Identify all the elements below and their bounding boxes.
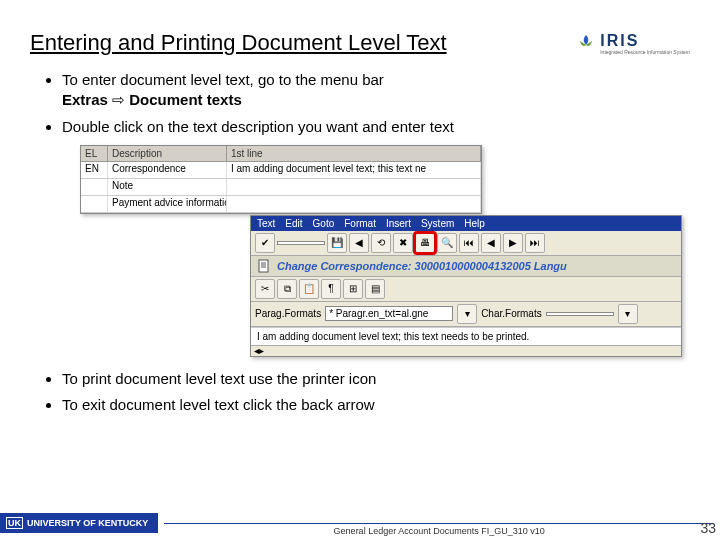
svg-rect-0 [259,260,268,272]
next-page-icon[interactable]: ▶ [503,233,523,253]
formats-icon[interactable]: ¶ [321,279,341,299]
scroll-left-icon[interactable]: ◂▸ [254,345,264,356]
bullet-item: Double click on the text description you… [62,117,690,137]
main-toolbar: ✔ 💾 ◀ ⟲ ✖ 🖶 🔍 ⏮ ◀ ▶ ⏭ [251,231,681,256]
menu-item[interactable]: Insert [386,218,411,229]
logo-text: IRIS [600,32,690,50]
first-page-icon[interactable]: ⏮ [459,233,479,253]
logo-subtitle: Integrated Resource Information System [600,50,690,55]
char-format-label: Char.Formats [481,308,542,319]
prev-page-icon[interactable]: ◀ [481,233,501,253]
page-title: Entering and Printing Document Level Tex… [30,30,447,56]
table-row[interactable]: Payment advice information [81,196,481,213]
format-bar: Parag.Formats * Paragr.en_txt=al.gne ▾ C… [251,302,681,327]
editor-window: Text Edit Goto Format Insert System Help… [250,215,682,357]
slide-footer: UK UNIVERSITY OF KENTUCKY General Ledger… [0,506,720,540]
footer-doc-ref: General Ledger Account Documents FI_GU_3… [334,526,545,536]
exit-icon[interactable]: ⟲ [371,233,391,253]
document-icon [257,259,271,273]
dropdown-icon[interactable]: ▾ [618,304,638,324]
table-row[interactable]: EN Correspondence I am adding document l… [81,162,481,179]
menubar: Text Edit Goto Format Insert System Help [251,216,681,231]
editor-body[interactable]: I am adding document level text; this te… [251,327,681,345]
last-page-icon[interactable]: ⏭ [525,233,545,253]
parag-format-field[interactable]: * Paragr.en_txt=al.gne [325,306,453,321]
menu-item[interactable]: Format [344,218,376,229]
bullet-item: To print document level text use the pri… [62,369,690,389]
char-format-field[interactable] [546,312,614,316]
sub-toolbar: ✂ ⧉ 📋 ¶ ⊞ ▤ [251,277,681,302]
insert-icon[interactable]: ⊞ [343,279,363,299]
bullet-item: To exit document level text click the ba… [62,395,690,415]
print-icon[interactable]: 🖶 [415,233,435,253]
table-row[interactable]: Note [81,179,481,196]
menu-item[interactable]: Text [257,218,275,229]
cut-icon[interactable]: ✂ [255,279,275,299]
check-icon[interactable]: ✔ [255,233,275,253]
command-field[interactable] [277,241,325,245]
page-number: 33 [700,520,716,536]
save-icon[interactable]: 💾 [327,233,347,253]
bullet-list-bottom: To print document level text use the pri… [30,369,690,416]
menu-item[interactable]: System [421,218,454,229]
back-icon[interactable]: ◀ [349,233,369,253]
text-grid-window: EL Description 1st line EN Correspondenc… [80,145,482,214]
iris-flower-icon [576,33,596,53]
menu-item[interactable]: Goto [313,218,335,229]
parag-format-label: Parag.Formats [255,308,321,319]
bullet-list-top: To enter document level text, go to the … [30,70,690,137]
menu-item[interactable]: Help [464,218,485,229]
bullet-item: To enter document level text, go to the … [62,70,690,111]
iris-logo: IRIS Integrated Resource Information Sys… [576,32,690,55]
paste-icon[interactable]: 📋 [299,279,319,299]
university-badge: UK UNIVERSITY OF KENTUCKY [0,513,158,533]
find-icon[interactable]: 🔍 [437,233,457,253]
cancel-icon[interactable]: ✖ [393,233,413,253]
arrow-right-icon: ⇨ [112,91,125,108]
copy-icon[interactable]: ⧉ [277,279,297,299]
document-title-bar: Change Correspondence: 30000100000041320… [251,256,681,277]
menu-item[interactable]: Edit [285,218,302,229]
grid-header: EL Description 1st line [81,146,481,162]
page-icon[interactable]: ▤ [365,279,385,299]
dropdown-icon[interactable]: ▾ [457,304,477,324]
